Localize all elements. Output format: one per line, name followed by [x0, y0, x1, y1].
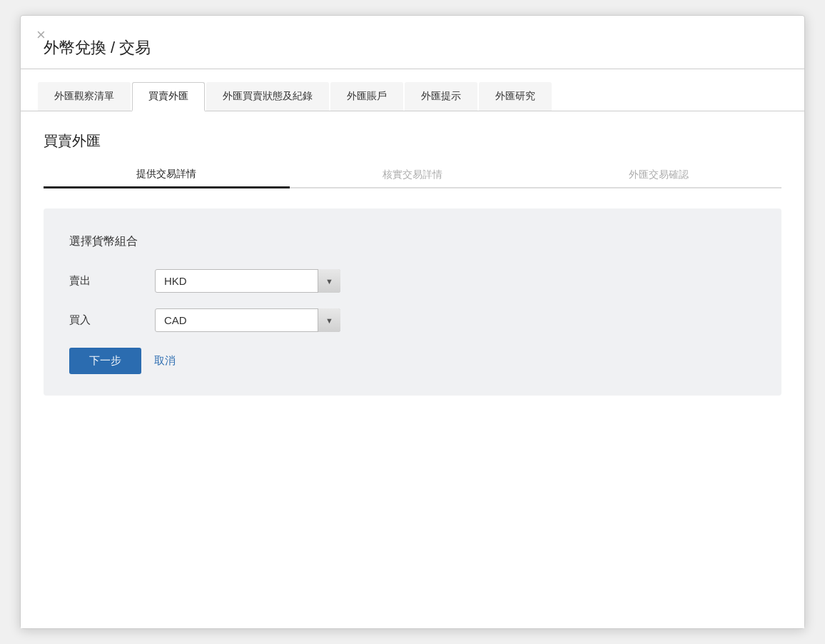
section-title: 買賣外匯 [44, 131, 781, 151]
buy-row: 買入 CAD USD EUR GBP AUD HKD JPY [69, 308, 756, 332]
currency-card: 選擇貨幣組合 賣出 HKD USD EUR GBP AUD CAD JPY [44, 208, 781, 396]
modal-header: 外幣兌換 / 交易 [21, 16, 804, 69]
tab-history[interactable]: 外匯買賣狀態及紀錄 [206, 82, 329, 111]
next-button[interactable]: 下一步 [69, 348, 141, 374]
modal-container: × 外幣兌換 / 交易 外匯觀察清單 買賣外匯 外匯買賣狀態及紀錄 外匯賬戶 外… [20, 15, 805, 629]
modal-title: 外幣兌換 / 交易 [38, 37, 787, 69]
steps-row: 提供交易詳情 核實交易詳情 外匯交易確認 [44, 168, 781, 188]
sell-label: 賣出 [69, 274, 155, 288]
tab-alert[interactable]: 外匯提示 [405, 82, 477, 111]
buy-label: 買入 [69, 313, 155, 327]
button-row: 下一步 取消 [69, 348, 756, 374]
step-confirm: 外匯交易確認 [535, 168, 781, 188]
buy-select[interactable]: CAD USD EUR GBP AUD HKD JPY [155, 308, 340, 332]
step-verify: 核實交易詳情 [290, 168, 536, 188]
cancel-button[interactable]: 取消 [154, 354, 176, 368]
tab-account[interactable]: 外匯賬戶 [330, 82, 403, 111]
tabs-bar: 外匯觀察清單 買賣外匯 外匯買賣狀態及紀錄 外匯賬戶 外匯提示 外匯研究 [21, 69, 804, 111]
sell-row: 賣出 HKD USD EUR GBP AUD CAD JPY [69, 269, 756, 293]
card-subtitle: 選擇貨幣組合 [69, 234, 756, 249]
modal-body: 買賣外匯 提供交易詳情 核實交易詳情 外匯交易確認 選擇貨幣組合 賣出 HKD … [21, 111, 804, 628]
sell-select[interactable]: HKD USD EUR GBP AUD CAD JPY [155, 269, 340, 293]
step-provide: 提供交易詳情 [44, 168, 290, 188]
tab-watchlist[interactable]: 外匯觀察清單 [38, 82, 131, 111]
buy-select-wrap: CAD USD EUR GBP AUD HKD JPY [155, 308, 340, 332]
close-button[interactable]: × [32, 26, 50, 44]
sell-select-wrap: HKD USD EUR GBP AUD CAD JPY [155, 269, 340, 293]
tab-trade[interactable]: 買賣外匯 [132, 82, 205, 111]
tab-research[interactable]: 外匯研究 [479, 82, 552, 111]
